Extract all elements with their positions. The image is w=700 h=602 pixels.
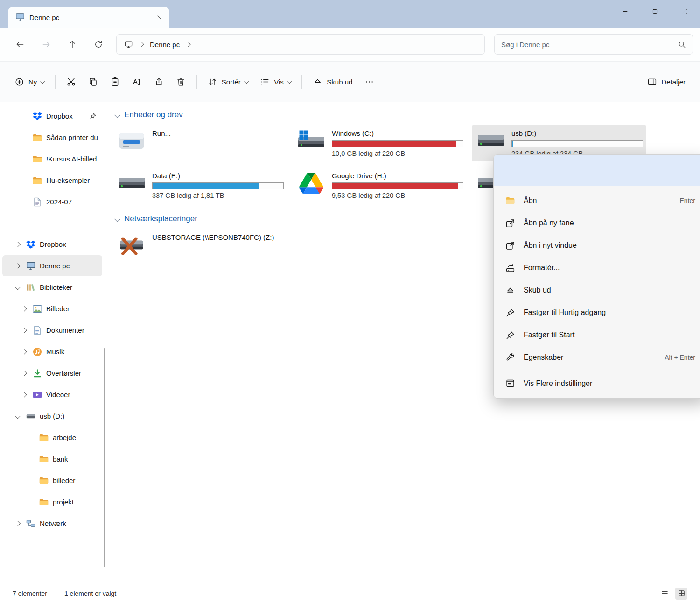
back-button[interactable] bbox=[7, 34, 33, 55]
pin-icon bbox=[505, 308, 515, 318]
expand-chevron[interactable] bbox=[22, 349, 27, 354]
sidebar-item[interactable]: Sådan printer du bbox=[2, 127, 102, 148]
new-tab-button[interactable] bbox=[182, 9, 197, 24]
context-menu-item[interactable]: Egenskaber Alt + Enter bbox=[494, 346, 700, 369]
more-options-button[interactable] bbox=[359, 70, 380, 93]
sidebar-item[interactable]: Billeder bbox=[2, 298, 102, 319]
sort-icon bbox=[208, 77, 217, 87]
drive-tile[interactable]: Google Drive (H:) 9,53 GB ledig af 220 G… bbox=[292, 167, 467, 204]
sidebar-item[interactable]: Dropbox bbox=[2, 234, 102, 255]
refresh-button[interactable] bbox=[85, 34, 112, 55]
up-button[interactable] bbox=[59, 34, 85, 55]
properties-icon bbox=[505, 353, 515, 363]
sidebar-item[interactable]: Biblioteker bbox=[2, 277, 102, 298]
pin-icon bbox=[89, 112, 97, 120]
sidebar-item[interactable]: bank bbox=[2, 448, 102, 469]
chevron-down-icon bbox=[41, 79, 45, 83]
sort-button[interactable]: Sortér bbox=[202, 70, 253, 93]
expand-chevron[interactable] bbox=[22, 328, 27, 333]
sidebar-scrollbar[interactable] bbox=[104, 348, 105, 567]
context-menu-item[interactable]: Åbn i nyt vindue bbox=[494, 234, 700, 257]
search-box[interactable] bbox=[494, 34, 693, 55]
context-menu-item[interactable]: Åbn Enter bbox=[494, 189, 700, 212]
sidebar-item[interactable]: !Kursus AI-billed bbox=[2, 148, 102, 169]
expand-chevron[interactable] bbox=[15, 285, 21, 290]
sidebar-item[interactable]: Videoer bbox=[2, 384, 102, 405]
sidebar-item[interactable]: billeder bbox=[2, 470, 102, 491]
sidebar-item-label: Biblioteker bbox=[40, 283, 102, 291]
sidebar-item[interactable]: Netværk bbox=[2, 513, 102, 534]
grid-view-icon[interactable] bbox=[675, 588, 687, 600]
sidebar-item-label: arbejde bbox=[53, 434, 102, 441]
copy-button[interactable] bbox=[83, 70, 104, 93]
drive-tile[interactable]: Windows (C:) 10,0 GB ledig af 220 GB bbox=[292, 125, 467, 161]
sidebar-item[interactable]: Dokumenter bbox=[2, 320, 102, 341]
sidebar-item[interactable]: Illu-eksempler bbox=[2, 170, 102, 191]
expand-chevron[interactable] bbox=[15, 263, 21, 268]
details-button[interactable]: Detaljer bbox=[642, 70, 691, 93]
context-menu-item[interactable]: Formatér... bbox=[494, 257, 700, 279]
collapse-chevron[interactable] bbox=[114, 216, 120, 222]
library-icon bbox=[26, 282, 36, 293]
search-input[interactable] bbox=[501, 41, 673, 49]
expand-chevron[interactable] bbox=[22, 371, 27, 376]
context-menu-item[interactable]: Fastgør til Hurtig adgang bbox=[494, 301, 700, 324]
status-bar: 7 elementer 1 element er valgt bbox=[0, 585, 700, 602]
expand-chevron[interactable] bbox=[22, 306, 27, 311]
breadcrumb-denne-pc[interactable]: Denne pc bbox=[150, 41, 180, 49]
sidebar-item[interactable]: arbejde bbox=[2, 427, 102, 448]
delete-button[interactable] bbox=[170, 70, 191, 93]
item-count-text: 7 elementer bbox=[13, 590, 47, 597]
status-separator bbox=[56, 590, 56, 597]
folder-icon bbox=[39, 454, 49, 464]
eject-button[interactable]: Skub ud bbox=[307, 70, 358, 93]
view-button[interactable]: Vis bbox=[254, 70, 296, 93]
minimize-button[interactable] bbox=[610, 0, 640, 22]
tab-close-icon[interactable] bbox=[153, 11, 166, 24]
network-location-name: USBSTORAGE (\\EPSONB740FC) (Z:) bbox=[152, 233, 274, 242]
breadcrumb-chevron[interactable] bbox=[139, 42, 144, 47]
cut-button[interactable] bbox=[61, 70, 82, 93]
address-bar[interactable]: Denne pc bbox=[116, 34, 485, 55]
expand-chevron[interactable] bbox=[22, 392, 27, 397]
capacity-bar bbox=[152, 182, 284, 189]
sidebar-item-label: Sådan printer du bbox=[46, 133, 102, 141]
sidebar-item[interactable]: Denne pc bbox=[2, 255, 102, 276]
context-menu-item[interactable]: Åbn på ny fane bbox=[494, 212, 700, 234]
forward-button[interactable] bbox=[33, 34, 59, 55]
rename-button[interactable] bbox=[126, 70, 147, 93]
sidebar-item[interactable]: Musik bbox=[2, 341, 102, 362]
close-button[interactable] bbox=[670, 0, 700, 22]
list-view-icon[interactable] bbox=[658, 588, 671, 600]
sidebar-item[interactable]: Dropbox bbox=[2, 105, 102, 126]
collapse-chevron[interactable] bbox=[114, 112, 120, 118]
sidebar-item[interactable]: usb (D:) bbox=[2, 406, 102, 427]
context-menu-item[interactable]: Fastgør til Start bbox=[494, 324, 700, 346]
sidebar-item-label: !Kursus AI-billed bbox=[46, 155, 102, 163]
network-location-tile[interactable]: USBSTORAGE (\\EPSONB740FC) (Z:) bbox=[112, 229, 287, 260]
cd-drive-icon bbox=[118, 129, 145, 152]
expand-chevron[interactable] bbox=[15, 521, 21, 526]
sidebar-item[interactable]: Overførsler bbox=[2, 363, 102, 384]
network-icon bbox=[26, 518, 36, 529]
drive-tile[interactable]: Run... bbox=[112, 125, 287, 161]
maximize-button[interactable] bbox=[640, 0, 670, 22]
section-header-drives[interactable]: Enheder og drev bbox=[112, 108, 700, 122]
share-button[interactable] bbox=[148, 70, 169, 93]
context-menu-item[interactable]: Skub ud bbox=[494, 279, 700, 301]
expand-chevron[interactable] bbox=[15, 413, 21, 419]
new-button[interactable]: Ny bbox=[9, 70, 50, 93]
sidebar-item[interactable]: 2024-07 bbox=[2, 191, 102, 212]
breadcrumb-chevron[interactable] bbox=[186, 42, 191, 47]
context-menu-item[interactable]: Vis Flere indstillinger bbox=[494, 372, 700, 394]
menu-item-label: Fastgør til Hurtig adgang bbox=[524, 308, 606, 317]
expand-chevron[interactable] bbox=[15, 242, 21, 247]
tab-denne-pc[interactable]: Denne pc bbox=[8, 7, 169, 28]
more-options-icon bbox=[505, 378, 515, 388]
details-panel-icon bbox=[647, 77, 657, 87]
new-label: Ny bbox=[28, 78, 37, 86]
drive-tile[interactable]: Data (E:) 337 GB ledig af 1,81 TB bbox=[112, 167, 287, 204]
paste-button[interactable] bbox=[105, 70, 126, 93]
sidebar-item[interactable]: projekt bbox=[2, 491, 102, 512]
capacity-bar-fill bbox=[332, 141, 456, 147]
